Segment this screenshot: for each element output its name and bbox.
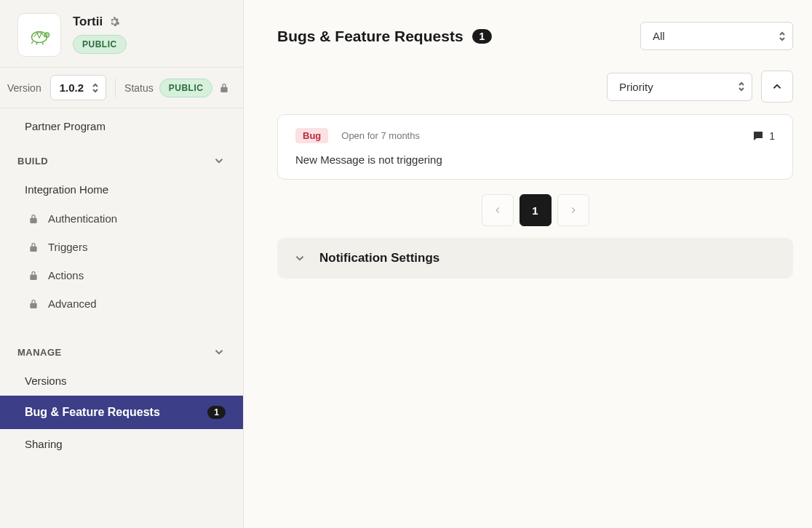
lock-icon: [28, 270, 39, 281]
divider: [115, 78, 116, 98]
svg-line-5: [43, 43, 44, 45]
nav-label: Bug & Feature Requests: [25, 406, 160, 419]
sidebar-item-versions[interactable]: Versions: [0, 366, 243, 396]
page-title-row: Bugs & Feature Requests 1: [277, 28, 492, 45]
version-bar: Version 1.0.2 Status PUBLIC: [0, 67, 243, 108]
issue-count: 1: [472, 29, 493, 44]
collapse-button[interactable]: [761, 71, 793, 103]
svg-line-3: [32, 41, 33, 44]
chevron-left-icon: [493, 205, 503, 215]
page-next-button[interactable]: [557, 194, 589, 226]
issue-open-duration: Open for 7 months: [341, 130, 420, 141]
status-group: Status PUBLIC: [124, 79, 230, 97]
status-label: Status: [124, 82, 154, 94]
select-value: Priority: [619, 81, 653, 93]
nav-label: Triggers: [48, 241, 87, 253]
filter-row: Priority: [277, 71, 793, 103]
issue-top-row: Bug Open for 7 months 1: [295, 128, 775, 143]
svg-point-2: [47, 34, 49, 36]
sidebar-item-advanced[interactable]: Advanced: [0, 289, 243, 318]
app-title: Tortii: [73, 15, 103, 29]
lock-icon: [28, 298, 39, 310]
sidebar-item-actions[interactable]: Actions: [0, 261, 243, 289]
nav-label: Authentication: [48, 212, 117, 225]
sidebar-item-partner-program[interactable]: Partner Program: [0, 111, 243, 141]
sidebar-item-sharing[interactable]: Sharing: [0, 429, 243, 459]
section-label: BUILD: [17, 156, 48, 167]
sidebar-item-authentication[interactable]: Authentication: [0, 204, 243, 233]
chevron-up-icon: [771, 80, 784, 93]
sidebar-item-bug-feature-requests[interactable]: Bug & Feature Requests 1: [0, 396, 243, 429]
app-logo: [17, 13, 61, 57]
comment-count: 1: [769, 130, 775, 142]
comment-icon: [752, 129, 765, 143]
status-badge: PUBLIC: [159, 79, 213, 97]
sidebar-item-integration-home[interactable]: Integration Home: [0, 175, 243, 204]
chevron-down-icon: [293, 252, 306, 265]
issue-type-badge: Bug: [295, 128, 328, 143]
main-header: Bugs & Feature Requests 1 All: [277, 22, 793, 50]
section-label: MANAGE: [17, 347, 62, 358]
page-title: Bugs & Feature Requests: [277, 28, 463, 45]
nav-label: Actions: [48, 269, 84, 281]
sidebar-item-triggers[interactable]: Triggers: [0, 233, 243, 261]
page-prev-button[interactable]: [482, 194, 514, 226]
select-value: All: [653, 30, 665, 42]
section-header-manage[interactable]: MANAGE: [0, 332, 243, 366]
chevron-down-icon: [212, 345, 226, 359]
chevrons-updown-icon: [91, 82, 100, 94]
notification-settings-title: Notification Settings: [319, 251, 439, 265]
issue-card[interactable]: Bug Open for 7 months 1 New Message is n…: [277, 114, 793, 180]
notification-settings-section[interactable]: Notification Settings: [277, 238, 793, 279]
page-number-button[interactable]: 1: [520, 194, 552, 226]
app-meta: Tortii PUBLIC: [73, 13, 127, 54]
sidebar: Tortii PUBLIC Version 1.0.2 Status PUBLI…: [0, 0, 244, 528]
version-select[interactable]: 1.0.2: [50, 75, 106, 100]
version-value: 1.0.2: [60, 81, 84, 94]
main-content: Bugs & Feature Requests 1 All Priority B…: [244, 0, 812, 528]
svg-line-4: [36, 43, 37, 45]
chevron-right-icon: [568, 205, 578, 215]
lock-icon: [218, 82, 230, 94]
turtle-icon: [26, 22, 52, 48]
sidebar-nav: Partner Program BUILD Integration Home A…: [0, 108, 243, 528]
filter-type-select[interactable]: All: [640, 22, 793, 50]
count-badge: 1: [207, 406, 226, 419]
app-title-row: Tortii: [73, 15, 127, 29]
chevron-down-icon: [212, 154, 226, 167]
sort-select[interactable]: Priority: [607, 73, 752, 101]
nav-label: Advanced: [48, 297, 97, 310]
issue-title: New Message is not triggering: [295, 153, 775, 166]
lock-icon: [28, 213, 39, 225]
sidebar-header: Tortii PUBLIC: [0, 0, 243, 67]
version-label: Version: [7, 82, 41, 94]
chevrons-updown-icon: [737, 81, 746, 92]
gear-icon[interactable]: [108, 16, 120, 28]
lock-icon: [28, 241, 39, 253]
pagination: 1: [277, 194, 793, 226]
visibility-badge: PUBLIC: [73, 35, 127, 54]
section-header-build[interactable]: BUILD: [0, 141, 243, 175]
issue-meta: Bug Open for 7 months: [295, 128, 420, 143]
issue-comments: 1: [752, 129, 775, 143]
chevrons-updown-icon: [778, 31, 787, 42]
